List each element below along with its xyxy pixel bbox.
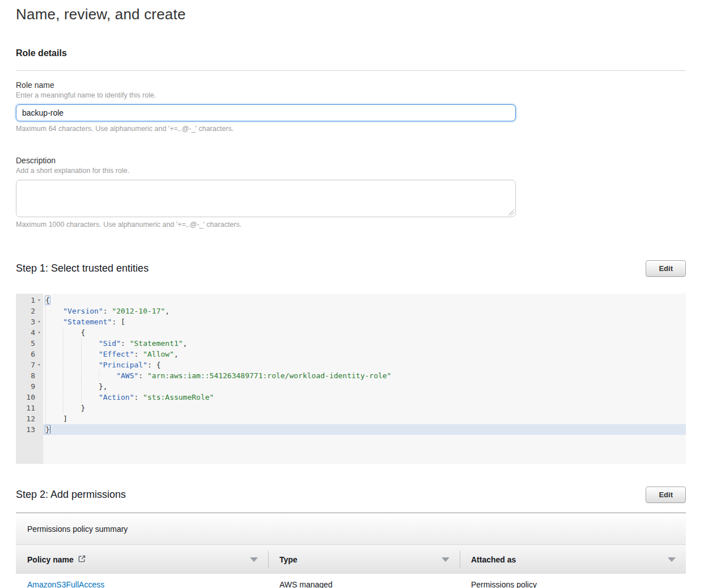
code-line[interactable]: "Version": "2012-10-17", (43, 306, 686, 316)
role-name-help: Enter a meaningful name to identify this… (16, 91, 686, 99)
description-help: Add a short explanation for this role. (16, 167, 686, 175)
section-divider (16, 70, 686, 71)
page-title: Name, review, and create (16, 0, 686, 23)
editor-line-number: 1▾ (16, 295, 43, 306)
permissions-panel-title: Permissions policy summary (16, 513, 686, 545)
role-name-label: Role name (16, 81, 686, 90)
code-fold-toggle-icon[interactable]: ▾ (35, 327, 43, 338)
description-textarea-wrap (16, 180, 516, 217)
code-line[interactable]: "Effect": "Allow", (43, 349, 686, 359)
text-cursor (50, 425, 50, 433)
code-line[interactable]: "Action": "sts:AssumeRole" (43, 392, 686, 403)
role-name-constraint: Maximum 64 characters. Use alphanumeric … (16, 125, 686, 133)
policy-name-cell: AmazonS3FullAccess (16, 574, 268, 588)
fold-spacer (35, 370, 43, 381)
editor-line-number: 7▾ (16, 359, 43, 370)
editor-line-number: 5 (16, 338, 43, 349)
permissions-table-body: AmazonS3FullAccessAWS managedPermissions… (16, 574, 686, 588)
role-name-input[interactable] (16, 104, 516, 121)
fold-spacer (35, 306, 43, 316)
permissions-summary-panel: Permissions policy summary Policy nameTy… (16, 513, 686, 588)
sort-filter-icon[interactable] (250, 557, 258, 562)
sort-filter-icon[interactable] (442, 557, 449, 562)
table-cell: AWS managed (268, 574, 460, 588)
editor-code-area[interactable]: {"Version": "2012-10-17","Statement": [{… (43, 294, 686, 464)
create-role-review-page: Name, review, and create Role details Ro… (0, 0, 704, 588)
external-link-icon (78, 555, 86, 565)
fold-spacer (35, 403, 43, 413)
column-header-attached-as[interactable]: Attached as (460, 545, 686, 574)
column-header-type[interactable]: Type (268, 545, 460, 574)
code-line[interactable]: }, (43, 381, 686, 392)
table-cell: Permissions policy (460, 574, 686, 588)
step1-header: Step 1: Select trusted entities Edit (16, 260, 686, 277)
code-line[interactable]: "Principal": { (43, 359, 686, 370)
step2-header: Step 2: Add permissions Edit (16, 487, 686, 503)
step2-title: Step 2: Add permissions (16, 489, 126, 501)
description-label: Description (16, 156, 686, 165)
code-fold-toggle-icon[interactable]: ▾ (35, 316, 43, 327)
editor-line-number: 6 (16, 349, 43, 359)
editor-line-number: 10 (16, 392, 43, 403)
step1-edit-button[interactable]: Edit (646, 260, 686, 277)
code-line[interactable]: "AWS": "arn:aws:iam::541263489771:role/w… (43, 370, 686, 381)
step2-edit-button[interactable]: Edit (646, 487, 686, 503)
policy-name-link[interactable]: AmazonS3FullAccess (27, 580, 104, 588)
editor-line-number: 11 (16, 403, 43, 413)
editor-line-number: 9 (16, 381, 43, 392)
editor-line-number: 12 (16, 413, 43, 424)
step1-title: Step 1: Select trusted entities (16, 263, 149, 274)
fold-spacer (35, 381, 43, 392)
code-line[interactable]: "Statement": [ (43, 316, 686, 327)
sort-filter-icon[interactable] (668, 557, 676, 562)
code-fold-toggle-icon[interactable]: ▾ (35, 359, 43, 370)
code-line[interactable]: { (43, 295, 686, 306)
role-details-heading: Role details (16, 48, 686, 58)
fold-spacer (35, 413, 43, 424)
editor-line-number: 8 (16, 370, 43, 381)
fold-spacer (35, 424, 43, 435)
permissions-table-header-row: Policy nameTypeAttached as (16, 545, 686, 574)
code-line[interactable]: { (43, 327, 686, 338)
editor-line-number: 4▾ (16, 327, 43, 338)
editor-line-number-gutter: 1▾23▾4▾567▾8910111213 (16, 294, 43, 464)
trust-policy-editor[interactable]: 1▾23▾4▾567▾8910111213 {"Version": "2012-… (16, 294, 686, 464)
editor-line-number: 13 (16, 424, 43, 435)
fold-spacer (35, 392, 43, 403)
editor-line-number: 3▾ (16, 316, 43, 327)
code-fold-toggle-icon[interactable]: ▾ (35, 295, 43, 306)
table-row: AmazonS3FullAccessAWS managedPermissions… (16, 574, 686, 588)
permissions-table: Policy nameTypeAttached as AmazonS3FullA… (16, 545, 686, 588)
code-line[interactable]: } (43, 424, 686, 435)
column-header-policy-name[interactable]: Policy name (16, 545, 268, 574)
fold-spacer (35, 338, 43, 349)
description-textarea[interactable] (16, 180, 516, 217)
fold-spacer (35, 349, 43, 359)
description-constraint: Maximum 1000 characters. Use alphanumeri… (16, 221, 686, 229)
code-line[interactable]: "Sid": "Statement1", (43, 338, 686, 349)
editor-line-number: 2 (16, 306, 43, 316)
code-line[interactable]: } (43, 403, 686, 413)
code-line[interactable]: ] (43, 413, 686, 424)
